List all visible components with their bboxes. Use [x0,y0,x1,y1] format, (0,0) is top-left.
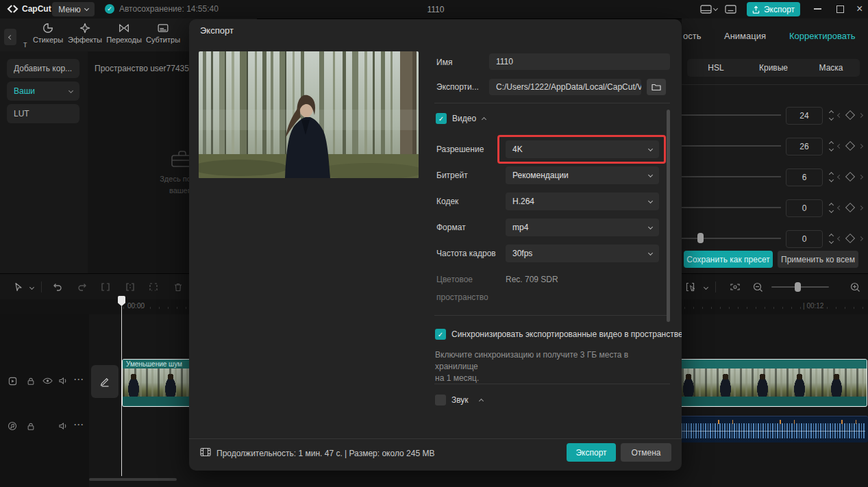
value-input[interactable]: 0 [786,199,823,217]
export-confirm-button[interactable]: Экспорт [567,443,616,462]
value-input[interactable]: 6 [786,168,823,186]
video-section-checkbox[interactable]: ✓ [436,113,447,124]
collapse-panel-button[interactable] [4,29,16,45]
speaker-icon[interactable] [59,422,68,430]
collapse-section-icon[interactable] [479,399,484,403]
audio-track-icon[interactable] [8,421,17,431]
dialog-scrollbar[interactable] [667,110,670,322]
prev-keyframe-icon[interactable] [837,174,842,179]
format-select[interactable]: mp4 [506,218,659,236]
panel-toggle-button[interactable] [725,5,736,14]
slider[interactable] [682,238,781,239]
browse-folder-button[interactable] [647,79,666,95]
stepper[interactable] [826,230,836,247]
keyframe-diamond-icon[interactable] [845,141,855,151]
trim-left-icon[interactable] [123,274,137,300]
keyframe-controls[interactable] [838,235,863,242]
eye-icon[interactable] [42,377,53,384]
more-options-icon[interactable]: ··· [74,375,84,384]
tab-transitions[interactable]: Переходы [106,23,142,44]
subtab-hsl[interactable]: HSL [687,59,745,77]
framerate-select[interactable]: 30fps [506,245,659,262]
keyframe-diamond-icon[interactable] [845,234,855,243]
keyframe-diamond-icon[interactable] [845,172,855,182]
slider[interactable] [682,145,781,147]
slider[interactable] [682,114,781,116]
select-tool-button[interactable] [12,274,25,300]
codec-select[interactable]: H.264 [506,192,659,210]
minimize-button[interactable] [814,8,821,10]
tab-stickers[interactable]: Стикеры [29,23,66,44]
next-keyframe-icon[interactable] [858,143,863,148]
prev-keyframe-icon[interactable] [837,143,842,148]
more-options-icon[interactable]: ··· [74,420,84,429]
value-input[interactable]: 24 [786,107,823,125]
split-tool-icon[interactable] [99,274,112,300]
clip-select-mode-button[interactable] [684,274,699,300]
prev-keyframe-icon[interactable] [837,112,842,117]
edit-clip-button[interactable] [91,365,119,398]
delete-button[interactable] [171,274,185,300]
stepper[interactable] [826,199,836,216]
sync-checkbox[interactable]: ✓ [435,329,446,340]
clip-select-dropdown[interactable] [702,274,710,300]
redo-button[interactable] [75,274,89,300]
cancel-button[interactable]: Отмена [621,443,671,462]
collapse-section-icon[interactable] [482,117,486,122]
export-path-input[interactable]: C:/Users/1222/AppData/Local/CapCut/Vi... [489,79,641,95]
export-button-top[interactable]: Экспорт [747,2,800,16]
bitrate-select[interactable]: Рекомендации [506,166,659,184]
lock-icon[interactable] [27,422,35,431]
slider-thumb[interactable] [697,233,704,243]
next-keyframe-icon[interactable] [858,112,863,117]
value-input[interactable]: 0 [786,230,823,248]
maximize-button[interactable] [836,5,844,13]
yours-dropdown[interactable]: Ваши [7,82,79,101]
select-tool-dropdown[interactable] [27,274,36,300]
main-track-icon[interactable] [8,377,17,386]
keyframe-controls[interactable] [838,112,863,118]
timeline-zoom-thumb[interactable] [795,282,801,292]
keyframe-diamond-icon[interactable] [845,110,855,120]
slider[interactable] [682,176,781,177]
speaker-icon[interactable] [59,377,68,385]
zoom-out-button[interactable] [751,274,765,300]
stepper[interactable] [826,168,836,185]
next-keyframe-icon[interactable] [858,236,863,240]
next-keyframe-icon[interactable] [858,205,863,210]
layout-switch-button[interactable] [700,5,717,14]
apply-all-button[interactable]: Применить ко всем [778,251,858,268]
horizontal-scrollbar[interactable] [89,478,177,481]
keyframe-controls[interactable] [838,142,863,149]
stepper[interactable] [826,138,836,154]
resolution-select[interactable]: 4K [506,140,659,158]
name-input[interactable]: 1110 [489,53,670,70]
tab-text-truncated[interactable]: т [23,40,27,49]
undo-button[interactable] [51,274,64,300]
tab-effects[interactable]: Эффекты [66,23,103,44]
lut-button[interactable]: LUT [7,104,79,123]
fit-timeline-button[interactable] [728,274,743,300]
tab-adjust[interactable]: Корректировать [789,31,855,41]
trim-right-icon[interactable] [147,274,160,300]
tab-captions[interactable]: Субтитры [145,23,182,44]
prev-keyframe-icon[interactable] [837,236,842,240]
add-folder-button[interactable]: Добавить кор... [7,59,79,78]
save-preset-button[interactable]: Сохранить как пресет [684,251,773,268]
value-input[interactable]: 26 [786,138,823,155]
zoom-in-button[interactable] [848,274,862,300]
menu-button[interactable]: Меню [52,2,95,16]
stepper[interactable] [826,107,836,123]
prev-keyframe-icon[interactable] [837,205,842,210]
subtab-curves[interactable]: Кривые [745,59,802,77]
keyframe-controls[interactable] [838,173,863,180]
tab-speed-clipped[interactable]: ость [683,31,701,41]
slider[interactable] [682,207,781,208]
audio-section-checkbox[interactable] [435,395,446,405]
lock-icon[interactable] [27,377,35,386]
subtab-mask[interactable]: Маска [802,59,860,77]
keyframe-controls[interactable] [838,204,863,211]
tab-animation[interactable]: Анимация [724,31,766,41]
keyframe-diamond-icon[interactable] [845,203,855,212]
next-keyframe-icon[interactable] [858,174,863,179]
